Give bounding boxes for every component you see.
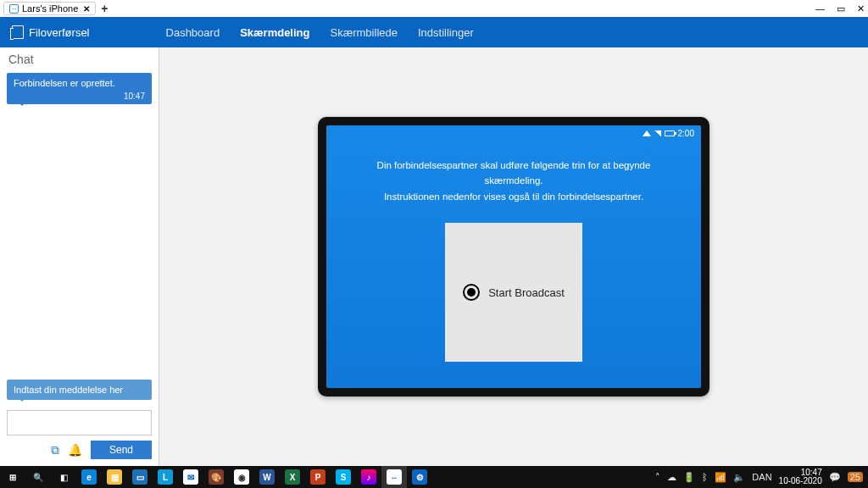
- app-skype[interactable]: S: [331, 466, 356, 488]
- app-powerpoint[interactable]: P: [305, 466, 331, 488]
- tab-skaermbillede[interactable]: Skærmbillede: [330, 26, 397, 39]
- device-time: 2:00: [678, 129, 694, 138]
- taskbar: ⊞ 🔍 ◧ e ▤ ▭ L ✉ 🎨 ◉ W X P S ♪ ↔ ⚙ ˄ ☁ 🔋 …: [0, 466, 868, 488]
- taskbar-left: ⊞ 🔍 ◧ e ▤ ▭ L ✉ 🎨 ◉ W X P S ♪ ↔ ⚙: [0, 466, 432, 488]
- send-button[interactable]: Send: [91, 441, 152, 459]
- app-chrome[interactable]: ◉: [229, 466, 254, 488]
- start-button[interactable]: ⊞: [0, 466, 25, 488]
- app-lync[interactable]: L: [153, 466, 178, 488]
- instruction-text: Din forbindelsespartner skal udføre følg…: [326, 158, 701, 204]
- toolbar: Filoverførsel Dashboard Skærmdeling Skær…: [0, 17, 868, 47]
- tray-volume-icon[interactable]: 🔈: [733, 472, 745, 483]
- tray-battery-icon[interactable]: 🔋: [683, 472, 695, 483]
- app-store[interactable]: ▭: [127, 466, 153, 488]
- app-excel[interactable]: X: [280, 466, 305, 488]
- new-tab-button[interactable]: +: [101, 2, 108, 15]
- clock-date: 10-06-2020: [779, 477, 822, 485]
- tab-skaermdeling[interactable]: Skærmdeling: [240, 26, 309, 39]
- taskview-button[interactable]: ◧: [51, 466, 76, 488]
- taskbar-right: ˄ ☁ 🔋 ᛒ 📶 🔈 DAN 10:47 10-06-2020 💬 25: [655, 469, 868, 485]
- search-button[interactable]: 🔍: [25, 466, 51, 488]
- file-transfer-button[interactable]: Filoverførsel: [12, 25, 90, 39]
- notification-count[interactable]: 25: [848, 472, 863, 482]
- chat-message-time: 10:47: [14, 92, 145, 101]
- battery-icon: [665, 130, 675, 136]
- close-button[interactable]: ✕: [857, 3, 865, 14]
- files-icon: [12, 25, 24, 39]
- teamviewer-icon: ↔: [9, 4, 19, 14]
- app-settings[interactable]: ⚙: [407, 466, 432, 488]
- broadcast-card[interactable]: Start Broadcast: [445, 223, 582, 362]
- window-controls: — ▭ ✕: [815, 0, 865, 17]
- tab-dashboard[interactable]: Dashboard: [166, 26, 220, 39]
- app-edge[interactable]: e: [76, 466, 102, 488]
- record-icon: [463, 284, 480, 301]
- app-itunes[interactable]: ♪: [356, 466, 381, 488]
- tray-onedrive-icon[interactable]: ☁: [667, 472, 676, 483]
- tab-indstillinger[interactable]: Indstillinger: [418, 26, 474, 39]
- chat-input[interactable]: [7, 410, 152, 435]
- wifi-icon: [643, 130, 651, 136]
- app-word[interactable]: W: [254, 466, 280, 488]
- maximize-button[interactable]: ▭: [837, 3, 845, 14]
- chat-message: Forbindelsen er oprettet. 10:47: [7, 73, 152, 104]
- tray-chevron-icon[interactable]: ˄: [655, 472, 660, 483]
- device-frame: 2:00 Din forbindelsespartner skal udføre…: [318, 117, 709, 396]
- nav: Dashboard Skærmdeling Skærmbillede Indst…: [166, 26, 474, 39]
- tab-close-icon[interactable]: ✕: [83, 4, 90, 14]
- chat-panel: Chat Forbindelsen er oprettet. 10:47 Ind…: [0, 47, 159, 466]
- signal-icon: [654, 130, 661, 136]
- brand-label: Filoverførsel: [29, 26, 90, 39]
- device-screen: 2:00 Din forbindelsespartner skal udføre…: [326, 125, 701, 388]
- broadcast-label: Start Broadcast: [488, 286, 565, 299]
- chat-title: Chat: [0, 47, 159, 69]
- tray-bluetooth-icon[interactable]: ᛒ: [702, 472, 708, 482]
- chat-composer: Indtast din meddelelse her ⧉ 🔔 Send: [0, 374, 159, 466]
- content: 2:00 Din forbindelsespartner skal udføre…: [159, 47, 868, 466]
- nudge-icon[interactable]: 🔔: [68, 443, 82, 457]
- main: Chat Forbindelsen er oprettet. 10:47 Ind…: [0, 47, 868, 466]
- minimize-button[interactable]: —: [815, 3, 825, 14]
- chat-hint: Indtast din meddelelse her: [7, 380, 152, 400]
- tray-lang[interactable]: DAN: [752, 472, 771, 482]
- titlebar: ↔ Lars's iPhone ✕ + — ▭ ✕: [0, 0, 868, 17]
- notification-button[interactable]: 💬: [829, 472, 841, 483]
- window-tab[interactable]: ↔ Lars's iPhone ✕: [3, 2, 96, 15]
- chat-message-text: Forbindelsen er oprettet.: [14, 78, 115, 88]
- device-statusbar: 2:00: [643, 129, 694, 138]
- taskbar-clock[interactable]: 10:47 10-06-2020: [779, 469, 822, 485]
- app-mail[interactable]: ✉: [178, 466, 203, 488]
- app-paint[interactable]: 🎨: [203, 466, 229, 488]
- attach-icon[interactable]: ⧉: [51, 443, 59, 458]
- tab-title: Lars's iPhone: [22, 3, 78, 14]
- tray-network-icon[interactable]: 📶: [715, 472, 726, 483]
- app-explorer[interactable]: ▤: [102, 466, 127, 488]
- app-teamviewer[interactable]: ↔: [381, 466, 407, 488]
